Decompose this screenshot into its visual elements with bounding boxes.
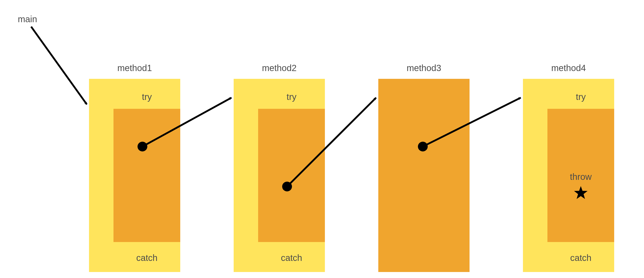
exception-flow-diagram: mainmethod1trycatchmethod2trycatchmethod…	[0, 0, 644, 278]
method-title: method1	[117, 63, 152, 73]
catch-label: catch	[281, 253, 302, 263]
method-title: method2	[262, 63, 297, 73]
method-plain-box	[378, 79, 470, 272]
method-title: method4	[551, 63, 586, 73]
try-label: try	[286, 92, 296, 102]
try-label: try	[142, 92, 152, 102]
method-inner-box	[258, 109, 325, 242]
catch-label: catch	[570, 253, 592, 263]
main-label: main	[18, 14, 37, 24]
method-title: method3	[406, 63, 441, 73]
throw-label: throw	[570, 172, 592, 182]
try-label: try	[576, 92, 586, 102]
arrow-main-to-method1	[31, 27, 87, 104]
method-inner-box	[114, 109, 180, 242]
catch-label: catch	[136, 253, 158, 263]
